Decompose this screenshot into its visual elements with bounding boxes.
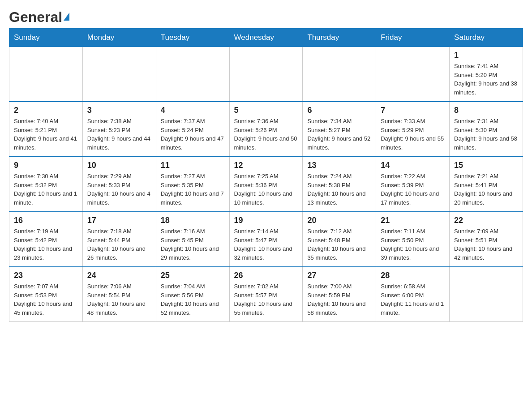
day-info: Sunrise: 7:12 AMSunset: 5:48 PMDaylight:…	[307, 227, 371, 262]
day-number: 4	[161, 106, 225, 115]
calendar-cell: 11Sunrise: 7:27 AMSunset: 5:35 PMDayligh…	[156, 157, 229, 212]
day-number: 16	[14, 216, 78, 225]
calendar-cell: 12Sunrise: 7:25 AMSunset: 5:36 PMDayligh…	[229, 157, 303, 212]
day-number: 19	[234, 216, 298, 225]
day-number: 11	[161, 161, 225, 170]
day-info: Sunrise: 7:24 AMSunset: 5:38 PMDaylight:…	[307, 172, 371, 207]
day-info: Sunrise: 7:22 AMSunset: 5:39 PMDaylight:…	[381, 172, 445, 207]
day-number: 2	[14, 106, 78, 115]
calendar-cell: 1Sunrise: 7:41 AMSunset: 5:20 PMDaylight…	[450, 47, 523, 102]
day-info: Sunrise: 7:33 AMSunset: 5:29 PMDaylight:…	[381, 117, 445, 152]
day-info: Sunrise: 7:38 AMSunset: 5:23 PMDaylight:…	[87, 117, 151, 152]
weekday-header-saturday: Saturday	[450, 29, 523, 47]
logo: General	[9, 9, 69, 24]
calendar-cell: 28Sunrise: 6:58 AMSunset: 6:00 PMDayligh…	[376, 267, 450, 322]
day-info: Sunrise: 7:02 AMSunset: 5:57 PMDaylight:…	[234, 282, 298, 317]
calendar-cell: 14Sunrise: 7:22 AMSunset: 5:39 PMDayligh…	[376, 157, 450, 212]
calendar-cell: 15Sunrise: 7:21 AMSunset: 5:41 PMDayligh…	[450, 157, 523, 212]
calendar-cell	[229, 47, 303, 102]
calendar-cell	[376, 47, 450, 102]
calendar-cell: 27Sunrise: 7:00 AMSunset: 5:59 PMDayligh…	[303, 267, 376, 322]
calendar-table: SundayMondayTuesdayWednesdayThursdayFrid…	[9, 28, 523, 322]
weekday-header-friday: Friday	[376, 29, 450, 47]
weekday-header-thursday: Thursday	[303, 29, 376, 47]
page-header: General	[9, 9, 523, 24]
day-info: Sunrise: 7:36 AMSunset: 5:26 PMDaylight:…	[234, 117, 298, 152]
day-number: 27	[307, 271, 371, 280]
day-info: Sunrise: 7:37 AMSunset: 5:24 PMDaylight:…	[161, 117, 225, 152]
calendar-week-row: 23Sunrise: 7:07 AMSunset: 5:53 PMDayligh…	[9, 267, 523, 322]
day-number: 9	[14, 161, 78, 170]
calendar-cell: 26Sunrise: 7:02 AMSunset: 5:57 PMDayligh…	[229, 267, 303, 322]
calendar-cell: 18Sunrise: 7:16 AMSunset: 5:45 PMDayligh…	[156, 212, 229, 267]
calendar-cell: 8Sunrise: 7:31 AMSunset: 5:30 PMDaylight…	[450, 102, 523, 157]
day-number: 23	[14, 271, 78, 280]
calendar-cell: 4Sunrise: 7:37 AMSunset: 5:24 PMDaylight…	[156, 102, 229, 157]
calendar-cell	[9, 47, 83, 102]
calendar-cell: 7Sunrise: 7:33 AMSunset: 5:29 PMDaylight…	[376, 102, 450, 157]
weekday-header-sunday: Sunday	[9, 29, 83, 47]
day-number: 10	[87, 161, 151, 170]
day-info: Sunrise: 7:04 AMSunset: 5:56 PMDaylight:…	[161, 282, 225, 317]
day-info: Sunrise: 7:30 AMSunset: 5:32 PMDaylight:…	[14, 172, 78, 207]
calendar-cell	[82, 47, 156, 102]
day-info: Sunrise: 7:19 AMSunset: 5:42 PMDaylight:…	[14, 227, 78, 262]
calendar-cell: 17Sunrise: 7:18 AMSunset: 5:44 PMDayligh…	[82, 212, 156, 267]
weekday-header-wednesday: Wednesday	[229, 29, 303, 47]
day-number: 6	[307, 106, 371, 115]
day-info: Sunrise: 6:58 AMSunset: 6:00 PMDaylight:…	[381, 282, 445, 317]
logo-triangle-icon	[64, 13, 69, 21]
calendar-cell: 19Sunrise: 7:14 AMSunset: 5:47 PMDayligh…	[229, 212, 303, 267]
day-number: 12	[234, 161, 298, 170]
day-info: Sunrise: 7:34 AMSunset: 5:27 PMDaylight:…	[307, 117, 371, 152]
day-number: 25	[161, 271, 225, 280]
calendar-week-row: 1Sunrise: 7:41 AMSunset: 5:20 PMDaylight…	[9, 47, 523, 102]
calendar-cell: 22Sunrise: 7:09 AMSunset: 5:51 PMDayligh…	[450, 212, 523, 267]
calendar-week-row: 2Sunrise: 7:40 AMSunset: 5:21 PMDaylight…	[9, 102, 523, 157]
calendar-cell: 5Sunrise: 7:36 AMSunset: 5:26 PMDaylight…	[229, 102, 303, 157]
calendar-cell: 2Sunrise: 7:40 AMSunset: 5:21 PMDaylight…	[9, 102, 83, 157]
day-number: 7	[381, 106, 445, 115]
day-number: 8	[454, 106, 518, 115]
day-number: 1	[454, 51, 518, 60]
calendar-cell: 16Sunrise: 7:19 AMSunset: 5:42 PMDayligh…	[9, 212, 83, 267]
calendar-cell: 13Sunrise: 7:24 AMSunset: 5:38 PMDayligh…	[303, 157, 376, 212]
day-info: Sunrise: 7:21 AMSunset: 5:41 PMDaylight:…	[454, 172, 518, 207]
day-number: 13	[307, 161, 371, 170]
day-info: Sunrise: 7:00 AMSunset: 5:59 PMDaylight:…	[307, 282, 371, 317]
day-info: Sunrise: 7:41 AMSunset: 5:20 PMDaylight:…	[454, 62, 518, 97]
day-number: 18	[161, 216, 225, 225]
day-number: 3	[87, 106, 151, 115]
calendar-cell: 23Sunrise: 7:07 AMSunset: 5:53 PMDayligh…	[9, 267, 83, 322]
calendar-week-row: 16Sunrise: 7:19 AMSunset: 5:42 PMDayligh…	[9, 212, 523, 267]
calendar-cell	[450, 267, 523, 322]
day-info: Sunrise: 7:29 AMSunset: 5:33 PMDaylight:…	[87, 172, 151, 207]
calendar-cell: 9Sunrise: 7:30 AMSunset: 5:32 PMDaylight…	[9, 157, 83, 212]
day-number: 22	[454, 216, 518, 225]
day-info: Sunrise: 7:06 AMSunset: 5:54 PMDaylight:…	[87, 282, 151, 317]
day-info: Sunrise: 7:27 AMSunset: 5:35 PMDaylight:…	[161, 172, 225, 207]
day-info: Sunrise: 7:14 AMSunset: 5:47 PMDaylight:…	[234, 227, 298, 262]
day-info: Sunrise: 7:31 AMSunset: 5:30 PMDaylight:…	[454, 117, 518, 152]
calendar-cell: 10Sunrise: 7:29 AMSunset: 5:33 PMDayligh…	[82, 157, 156, 212]
calendar-cell: 6Sunrise: 7:34 AMSunset: 5:27 PMDaylight…	[303, 102, 376, 157]
calendar-cell: 20Sunrise: 7:12 AMSunset: 5:48 PMDayligh…	[303, 212, 376, 267]
day-number: 24	[87, 271, 151, 280]
calendar-cell: 25Sunrise: 7:04 AMSunset: 5:56 PMDayligh…	[156, 267, 229, 322]
calendar-cell: 3Sunrise: 7:38 AMSunset: 5:23 PMDaylight…	[82, 102, 156, 157]
day-number: 14	[381, 161, 445, 170]
day-number: 20	[307, 216, 371, 225]
day-number: 28	[381, 271, 445, 280]
day-number: 5	[234, 106, 298, 115]
day-info: Sunrise: 7:40 AMSunset: 5:21 PMDaylight:…	[14, 117, 78, 152]
day-info: Sunrise: 7:09 AMSunset: 5:51 PMDaylight:…	[454, 227, 518, 262]
day-info: Sunrise: 7:11 AMSunset: 5:50 PMDaylight:…	[381, 227, 445, 262]
logo-general: General	[9, 9, 62, 26]
day-info: Sunrise: 7:16 AMSunset: 5:45 PMDaylight:…	[161, 227, 225, 262]
day-number: 17	[87, 216, 151, 225]
weekday-header-row: SundayMondayTuesdayWednesdayThursdayFrid…	[9, 29, 523, 47]
calendar-cell: 21Sunrise: 7:11 AMSunset: 5:50 PMDayligh…	[376, 212, 450, 267]
day-info: Sunrise: 7:25 AMSunset: 5:36 PMDaylight:…	[234, 172, 298, 207]
weekday-header-monday: Monday	[82, 29, 156, 47]
calendar-week-row: 9Sunrise: 7:30 AMSunset: 5:32 PMDaylight…	[9, 157, 523, 212]
